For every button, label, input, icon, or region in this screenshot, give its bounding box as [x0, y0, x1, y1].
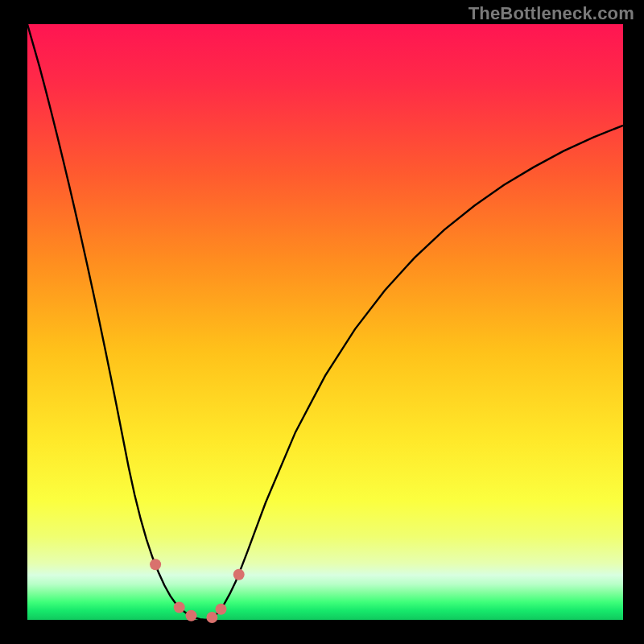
bottleneck-chart	[0, 0, 644, 644]
marker-dot	[216, 604, 227, 615]
marker-dot	[174, 601, 185, 613]
watermark-text: TheBottleneck.com	[469, 3, 634, 24]
marker-dot	[186, 610, 197, 621]
marker-dot	[233, 569, 245, 580]
plot-background	[27, 24, 623, 620]
marker-dot	[206, 612, 217, 623]
chart-container: TheBottleneck.com	[0, 0, 644, 644]
marker-dot	[150, 559, 161, 570]
